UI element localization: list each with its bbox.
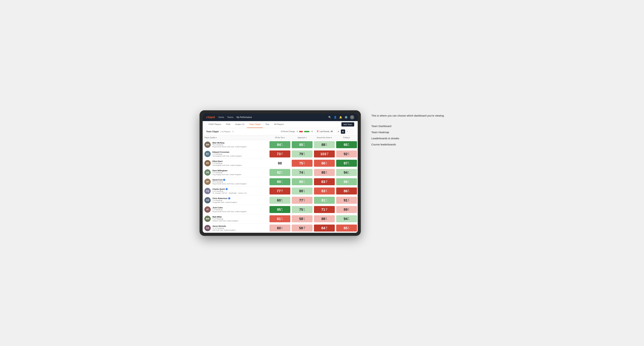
tab-all-players[interactable]: All Players xyxy=(272,121,286,128)
score-cell-putting[interactable]: 85 4 ▼ xyxy=(336,223,358,233)
score-cell-aroundGreen[interactable]: 88 2 ▼ xyxy=(313,214,336,223)
last-rounds-button[interactable]: 📅 Last Rounds: 20 xyxy=(315,130,334,133)
score-cell-offTee[interactable]: 89 7 ▲ xyxy=(269,177,291,186)
score-cell-approach[interactable]: 75 2 ▲ xyxy=(291,205,313,214)
score-cell-offTee[interactable]: 61 3 ▼ xyxy=(269,214,291,223)
score-change: 3 ▼ xyxy=(326,171,327,174)
score-cell-offTee[interactable]: 84 6 ▲ xyxy=(269,140,291,149)
score-cell-offTee[interactable]: 73 11 ▼ xyxy=(269,149,291,159)
tab-tour[interactable]: Tour xyxy=(263,121,272,128)
score-cell-putting[interactable]: 97 5 ▲ xyxy=(336,159,358,168)
score-cell-approach[interactable]: 75 3 ▼ xyxy=(291,159,313,168)
score-cell-approach[interactable]: 74 1 ▲ xyxy=(291,168,313,177)
col-header-putting[interactable]: Putting ▾ xyxy=(336,135,358,140)
change-arrow: ▲ xyxy=(348,219,350,220)
score-cell-putting[interactable]: 96 3 ▲ xyxy=(336,177,358,186)
tab-hcaps[interactable]: Hcaps 1-5 xyxy=(233,121,247,128)
search-icon[interactable]: 🔍 xyxy=(328,116,331,119)
player-cell[interactable]: BM Blair McHarg Plus Handicap Royal Nort… xyxy=(203,140,269,149)
score-cell-approach[interactable]: 85 8 ▲ xyxy=(291,140,313,149)
score-cell-putting[interactable]: 86 8 ▼ xyxy=(336,186,358,195)
tab-team-clippd[interactable]: Team Clippd xyxy=(247,121,263,128)
settings-icon[interactable]: ⚙️ xyxy=(344,116,348,119)
player-cell[interactable]: CQ Charlie Quick ✓ 6-10 Handicap St. Geo… xyxy=(203,186,269,195)
score-cell-putting[interactable]: 91 3 ▼ xyxy=(336,195,358,205)
nav-teams[interactable]: Teams xyxy=(227,115,233,119)
score-cell-offTee[interactable]: 82 4 ▲ xyxy=(269,168,291,177)
player-info: David Ford ✓ Plus Handicap Royal North D… xyxy=(212,179,246,185)
score-box: 92 3 ▼ xyxy=(336,151,357,158)
score-cell-approach[interactable]: 58 4 ▲ xyxy=(291,214,313,223)
score-cell-aroundGreen[interactable]: 85 3 ▼ xyxy=(313,168,336,177)
download-button[interactable]: ↓ xyxy=(350,130,354,134)
score-cell-aroundGreen[interactable]: 88 1 ▼ xyxy=(313,140,336,149)
player-handicap: 6-10 Handicap xyxy=(212,190,248,192)
score-cell-offTee[interactable]: 60 2 ▲ xyxy=(269,195,291,205)
verified-icon: ✓ xyxy=(226,188,228,190)
table-row: DF David Ford ✓ Plus Handicap Royal Nort… xyxy=(203,177,358,186)
score-cell-approach[interactable]: 58 10 ▲ xyxy=(291,223,313,233)
score-cell-approach[interactable]: 80 1 ▲ xyxy=(291,186,313,195)
score-change: 3 ▼ xyxy=(304,162,305,165)
change-arrow: ▲ xyxy=(348,145,350,146)
score-change: 4 ▲ xyxy=(282,171,283,174)
score-value: 88 xyxy=(322,217,325,220)
score-cell-putting[interactable]: 95 9 ▲ xyxy=(336,140,358,149)
score-cell-aroundGreen[interactable]: 71 11 ▼ xyxy=(313,205,336,214)
score-cell-putting[interactable]: 94 3 ▲ xyxy=(336,214,358,223)
score-value: 58 xyxy=(299,226,303,230)
score-cell-aroundGreen[interactable]: 84 21 ▲ xyxy=(313,223,336,233)
change-arrow: ▼ xyxy=(282,228,283,229)
score-change: 2 ▲ xyxy=(282,199,283,202)
col-header-around-green[interactable]: Around the Green ▾ xyxy=(313,135,336,140)
edit-icon[interactable]: ✎ xyxy=(232,130,234,133)
score-cell-approach[interactable]: 80 3 ▲ xyxy=(291,177,313,186)
score-cell-offTee[interactable]: 60 1 ▼ xyxy=(269,223,291,233)
score-cell-offTee[interactable]: 88 xyxy=(269,159,291,168)
score-cell-approach[interactable]: 79 9 ▲ xyxy=(291,149,313,159)
player-handicap: 1-5 Handicap xyxy=(212,153,242,155)
nav-home[interactable]: Home xyxy=(218,115,224,119)
col-header-off-tee[interactable]: Off the Tee ▾ xyxy=(269,135,291,140)
score-cell-offTee[interactable]: 95 8 ▲ xyxy=(269,205,291,214)
player-cell[interactable]: DF David Ford ✓ Plus Handicap Royal Nort… xyxy=(203,177,269,186)
player-cell[interactable]: CR Chris Robertson ✓ 1-5 Handicap Craigm… xyxy=(203,196,269,205)
score-cell-putting[interactable]: 89 2 ▼ xyxy=(336,205,358,214)
player-cell[interactable]: EC Edward Crossman 1-5 Handicap Sunningd… xyxy=(203,149,269,159)
player-cell[interactable]: AN Aaron Nicholls 11-15 Handicap Drift G… xyxy=(203,223,269,233)
list-view-button[interactable]: ≡ xyxy=(346,130,350,134)
heatmap-view-button[interactable]: ▦ xyxy=(341,130,345,134)
score-cell-aroundGreen[interactable]: 81 4 ▲ xyxy=(313,195,336,205)
score-cell-aroundGreen[interactable]: 83 10 ▼ xyxy=(313,177,336,186)
person-icon[interactable]: 👤 xyxy=(334,116,337,119)
bell-icon[interactable]: 🔔 xyxy=(339,116,342,119)
user-avatar[interactable]: U xyxy=(350,115,354,119)
view-icons: ⊞ ▦ ≡ ↓ xyxy=(336,130,354,134)
grid-view-button[interactable]: ⊞ xyxy=(336,130,340,134)
score-cell-putting[interactable]: 94 1 ▲ xyxy=(336,168,358,177)
tab-pgat-players[interactable]: PGAT Players xyxy=(206,121,224,128)
player-cell[interactable]: EE Elliot Ebert 1-5 Handicap Sunningdale… xyxy=(203,159,269,168)
nav-my-performance[interactable]: My Performance xyxy=(236,115,252,119)
score-cell-approach[interactable]: 77 3 ▼ xyxy=(291,195,313,205)
score-cell-aroundGreen[interactable]: 103 15 ▲ xyxy=(313,149,336,159)
player-cell[interactable]: DB Dave Billingham 1-5 Handicap Gog Mago… xyxy=(203,168,269,177)
player-cell[interactable]: MM Matt Miller 6-10 Handicap Woburn Golf… xyxy=(203,214,269,223)
score-cell-offTee[interactable]: 77 14 ▼ xyxy=(269,186,291,195)
tab-pga[interactable]: PGA xyxy=(224,121,233,128)
score-value: 103 xyxy=(320,152,326,156)
score-cell-aroundGreen[interactable]: 86 6 ▼ xyxy=(313,159,336,168)
col-header-approach[interactable]: Approach ▾ xyxy=(291,135,313,140)
score-value: 97 xyxy=(344,162,348,165)
avatar: BM xyxy=(204,142,211,148)
score-box: 85 8 ▲ xyxy=(292,141,312,148)
score-value: 75 xyxy=(299,208,303,211)
score-cell-putting[interactable]: 92 3 ▼ xyxy=(336,149,358,159)
add-team-button[interactable]: Add Team xyxy=(342,122,354,127)
score-change: 10 ▲ xyxy=(304,226,305,229)
score-cell-aroundGreen[interactable]: 83 6 ▼ xyxy=(313,186,336,195)
col-header-player[interactable]: Player Quality ▾ xyxy=(203,135,269,140)
change-arrow: ▼ xyxy=(326,219,327,220)
player-cell[interactable]: JC Josh Coles 1-5 Handicap Royal North D… xyxy=(203,205,269,214)
change-arrow: ▼ xyxy=(348,191,350,192)
